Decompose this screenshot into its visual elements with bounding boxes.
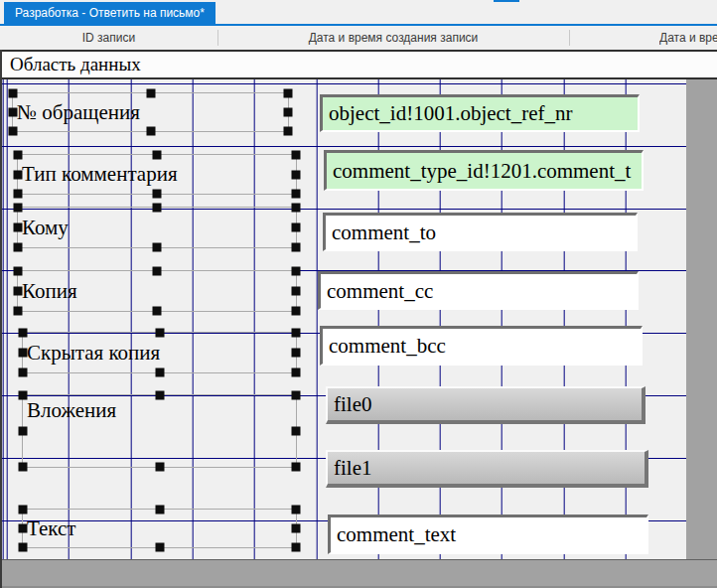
designer-window: Разработка - Ответить на письмо* ID запи… bbox=[0, 0, 717, 588]
comment-bcc-field[interactable]: comment_bcc bbox=[320, 326, 643, 366]
column-separator bbox=[217, 30, 218, 46]
selection-handle[interactable] bbox=[14, 307, 23, 316]
selection-handle[interactable] bbox=[14, 287, 23, 296]
label-text: Скрытая копия bbox=[23, 341, 160, 366]
selection-handle[interactable] bbox=[14, 170, 23, 179]
window-left-edge bbox=[0, 50, 2, 588]
selection-handle[interactable] bbox=[14, 151, 23, 160]
selection-handle[interactable] bbox=[19, 329, 28, 338]
selection-handle[interactable] bbox=[19, 427, 28, 436]
selection-handle[interactable] bbox=[292, 391, 301, 400]
selection-handle[interactable] bbox=[19, 524, 28, 533]
field-text: comment_type_id!1201.comment_t bbox=[327, 159, 631, 184]
selection-handle[interactable] bbox=[153, 151, 162, 160]
label-text: № обращения bbox=[13, 100, 140, 125]
tab-development[interactable]: Разработка - Ответить на письмо* bbox=[4, 2, 215, 24]
selection-handle[interactable] bbox=[292, 307, 301, 316]
comment-text-field[interactable]: comment_text bbox=[328, 514, 648, 554]
header-id-column[interactable]: ID записи bbox=[0, 26, 217, 50]
selection-handle[interactable] bbox=[19, 463, 28, 472]
selection-handle[interactable] bbox=[292, 506, 301, 514]
label-text: Вложения bbox=[23, 395, 116, 423]
selection-handle[interactable] bbox=[153, 204, 162, 213]
label-comment-type[interactable]: Тип комментария bbox=[17, 154, 297, 195]
label-text: Тип комментария bbox=[18, 162, 178, 187]
selection-handle[interactable] bbox=[155, 368, 164, 377]
selection-handle[interactable] bbox=[9, 127, 18, 136]
selection-handle[interactable] bbox=[292, 368, 301, 377]
selection-handle[interactable] bbox=[19, 349, 28, 358]
label-text: Копия bbox=[18, 279, 77, 304]
column-separator bbox=[569, 30, 570, 46]
label-request-number[interactable]: № обращения bbox=[12, 92, 289, 132]
field-text: object_id!1001.object_ref_nr bbox=[323, 101, 573, 126]
selection-handle[interactable] bbox=[19, 506, 28, 514]
selection-handle[interactable] bbox=[153, 190, 162, 199]
selection-handle[interactable] bbox=[155, 463, 164, 472]
selection-handle[interactable] bbox=[153, 243, 162, 252]
object-ref-field[interactable]: object_id!1001.object_ref_nr bbox=[320, 94, 640, 132]
selection-handle[interactable] bbox=[292, 427, 301, 436]
selection-handle[interactable] bbox=[9, 89, 18, 98]
selection-handle[interactable] bbox=[292, 329, 301, 338]
selection-handle[interactable] bbox=[19, 391, 28, 400]
label-to[interactable]: Кому bbox=[17, 207, 297, 248]
comment-type-field[interactable]: comment_type_id!1201.comment_t bbox=[324, 150, 644, 191]
selection-handle[interactable] bbox=[284, 127, 293, 136]
selection-handle[interactable] bbox=[153, 267, 162, 276]
selection-handle[interactable] bbox=[292, 223, 301, 232]
selection-handle[interactable] bbox=[19, 543, 28, 552]
comment-to-field[interactable]: comment_to bbox=[323, 213, 638, 251]
header-modified-column[interactable]: Дата и врем. bbox=[659, 26, 717, 50]
selection-handle[interactable] bbox=[292, 204, 301, 213]
selection-handle[interactable] bbox=[284, 108, 293, 117]
selection-handle[interactable] bbox=[292, 543, 301, 552]
tab-scroll-indicator bbox=[494, 0, 519, 2]
file1-button[interactable]: file1 bbox=[326, 450, 648, 488]
field-text: comment_text bbox=[331, 522, 456, 547]
field-text: comment_cc bbox=[321, 279, 433, 304]
selection-handle[interactable] bbox=[292, 267, 301, 276]
selection-handle[interactable] bbox=[155, 543, 164, 552]
button-text: file1 bbox=[328, 456, 371, 481]
label-text: Текст bbox=[23, 516, 76, 541]
outside-area-right bbox=[686, 79, 717, 559]
selection-handle[interactable] bbox=[153, 307, 162, 316]
label-text: Кому bbox=[18, 216, 69, 240]
comment-cc-field[interactable]: comment_cc bbox=[318, 271, 639, 310]
label-text-field[interactable]: Текст bbox=[22, 509, 297, 548]
selection-handle[interactable] bbox=[14, 190, 23, 199]
selection-handle[interactable] bbox=[292, 524, 301, 533]
selection-handle[interactable] bbox=[146, 127, 155, 136]
selection-handle[interactable] bbox=[292, 170, 301, 179]
label-cc[interactable]: Копия bbox=[17, 270, 297, 312]
file0-button[interactable]: file0 bbox=[326, 386, 645, 424]
selection-handle[interactable] bbox=[146, 89, 155, 98]
selection-handle[interactable] bbox=[292, 463, 301, 472]
selection-handle[interactable] bbox=[292, 287, 301, 296]
field-text: comment_to bbox=[326, 220, 436, 245]
button-text: file0 bbox=[328, 392, 371, 417]
selection-handle[interactable] bbox=[14, 267, 23, 276]
header-created-column[interactable]: Дата и время создания записи bbox=[217, 26, 569, 50]
selection-handle[interactable] bbox=[19, 368, 28, 377]
field-text: comment_bcc bbox=[323, 334, 446, 359]
selection-handle[interactable] bbox=[155, 391, 164, 400]
selection-handle[interactable] bbox=[9, 108, 18, 117]
selection-handle[interactable] bbox=[14, 243, 23, 252]
selection-handle[interactable] bbox=[292, 349, 301, 358]
label-bcc[interactable]: Скрытая копия bbox=[22, 332, 297, 373]
selection-handle[interactable] bbox=[14, 204, 23, 213]
selection-handle[interactable] bbox=[14, 223, 23, 232]
band-header[interactable]: Область данных bbox=[2, 52, 717, 77]
selection-handle[interactable] bbox=[292, 190, 301, 199]
selection-handle[interactable] bbox=[292, 243, 301, 252]
selection-handle[interactable] bbox=[155, 506, 164, 514]
selection-handle[interactable] bbox=[292, 151, 301, 160]
outside-area-bottom bbox=[0, 560, 717, 588]
label-attachments[interactable]: Вложения bbox=[22, 394, 297, 468]
selection-handle[interactable] bbox=[155, 329, 164, 338]
selection-handle[interactable] bbox=[284, 89, 293, 98]
